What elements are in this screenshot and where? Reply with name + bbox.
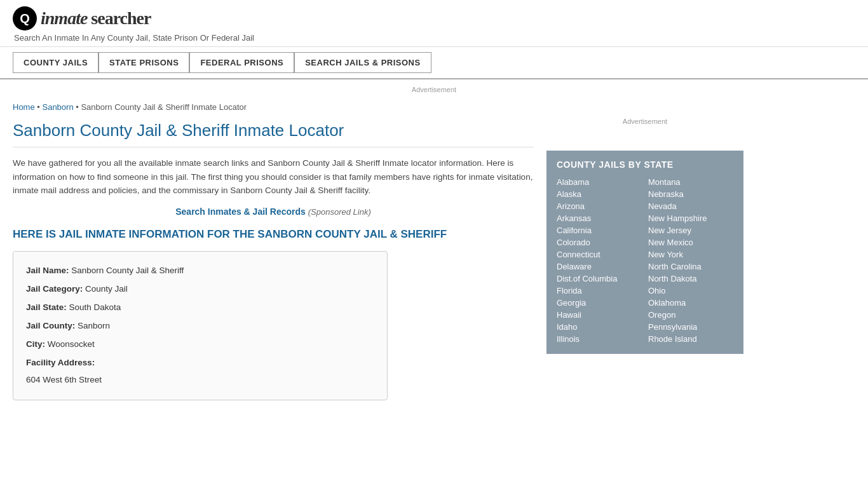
logo-icon: Q	[13, 6, 37, 30]
state-link-idaho[interactable]: Idaho	[557, 321, 642, 333]
state-link-georgia[interactable]: Georgia	[557, 297, 642, 309]
state-link-oregon[interactable]: Oregon	[648, 309, 733, 321]
state-link-oklahoma[interactable]: Oklahoma	[648, 297, 733, 309]
state-link-arkansas[interactable]: Arkansas	[557, 212, 642, 224]
sponsored-link-anchor[interactable]: Search Inmates & Jail Records	[175, 207, 306, 217]
state-link-north-carolina[interactable]: North Carolina	[648, 261, 733, 273]
state-link-new-york[interactable]: New York	[648, 248, 733, 261]
state-link-connecticut[interactable]: Connecticut	[557, 248, 642, 261]
state-link-colorado[interactable]: Colorado	[557, 236, 642, 248]
breadcrumb-sanborn[interactable]: Sanborn	[42, 102, 73, 112]
state-col1: Alabama Alaska Arizona Arkansas Californ…	[557, 176, 642, 345]
state-link-dc[interactable]: Dist.of Columbia	[557, 273, 642, 285]
jail-state-value: South Dakota	[69, 302, 121, 312]
state-link-california[interactable]: California	[557, 224, 642, 236]
state-link-ohio[interactable]: Ohio	[648, 285, 733, 297]
city-value: Woonsocket	[48, 339, 95, 349]
main-layout: Home • Sanborn • Sanborn County Jail & S…	[0, 96, 868, 400]
state-link-alabama[interactable]: Alabama	[557, 176, 642, 188]
state-link-hawaii[interactable]: Hawaii	[557, 309, 642, 321]
jail-category-value: County Jail	[85, 284, 128, 294]
city-field: City: Woonsocket	[26, 336, 374, 353]
facility-address-label: Facility Address:	[26, 358, 95, 367]
page-title: Sanborn County Jail & Sheriff Inmate Loc…	[13, 121, 534, 147]
sidebar-ad-banner: Advertisement	[546, 102, 743, 140]
jail-state-label: Jail State:	[26, 302, 67, 312]
state-link-alaska[interactable]: Alaska	[557, 188, 642, 200]
state-link-montana[interactable]: Montana	[648, 176, 733, 188]
jail-county-field: Jail County: Sanborn	[26, 317, 374, 334]
nav-state-prisons[interactable]: STATE PRISONS	[98, 52, 189, 73]
section-header: HERE IS JAIL INMATE INFORMATION FOR THE …	[13, 228, 534, 241]
state-link-new-mexico[interactable]: New Mexico	[648, 236, 733, 248]
sponsored-label-text: (Sponsored Link)	[308, 207, 371, 217]
jail-name-val: Sanborn County Jail & Sheriff	[71, 266, 184, 275]
info-box: Jail Name: Sanborn County Jail & Sheriff…	[13, 251, 388, 400]
city-label: City:	[26, 339, 45, 349]
breadcrumb: Home • Sanborn • Sanborn County Jail & S…	[13, 102, 534, 112]
state-link-arizona[interactable]: Arizona	[557, 200, 642, 212]
jail-name-label: Jail Name:	[26, 266, 69, 275]
state-link-north-dakota[interactable]: North Dakota	[648, 273, 733, 285]
county-jails-title: COUNTY JAILS BY STATE	[557, 159, 733, 170]
jail-category-field: Jail Category: County Jail	[26, 280, 374, 297]
description-text: We have gathered for you all the availab…	[13, 156, 534, 198]
state-link-florida[interactable]: Florida	[557, 285, 642, 297]
logo-text: inmate searcher	[41, 8, 151, 29]
jail-county-label: Jail County:	[26, 321, 75, 330]
state-list: Alabama Alaska Arizona Arkansas Californ…	[557, 176, 733, 345]
logo-tagline: Search An Inmate In Any County Jail, Sta…	[14, 33, 855, 43]
county-jails-box: COUNTY JAILS BY STATE Alabama Alaska Ari…	[546, 151, 743, 354]
state-col2: Montana Nebraska Nevada New Hampshire Ne…	[648, 176, 733, 345]
nav: COUNTY JAILS STATE PRISONS FEDERAL PRISO…	[0, 47, 868, 79]
state-link-delaware[interactable]: Delaware	[557, 261, 642, 273]
nav-federal-prisons[interactable]: FEDERAL PRISONS	[189, 52, 294, 73]
state-link-nebraska[interactable]: Nebraska	[648, 188, 733, 200]
sponsored-link-area: Search Inmates & Jail Records (Sponsored…	[13, 207, 534, 217]
logo-area: Q inmate searcher	[13, 6, 855, 30]
facility-address-value: 604 West 6th Street	[26, 375, 102, 384]
logo-searcher-text: searcher	[91, 8, 151, 28]
state-link-rhode-island[interactable]: Rhode Island	[648, 333, 733, 345]
breadcrumb-home[interactable]: Home	[13, 102, 35, 112]
state-link-pennsylvania[interactable]: Pennsylvania	[648, 321, 733, 333]
facility-address-field: Facility Address: 604 West 6th Street	[26, 354, 374, 388]
breadcrumb-current: Sanborn County Jail & Sheriff Inmate Loc…	[81, 102, 247, 112]
state-link-illinois[interactable]: Illinois	[557, 333, 642, 345]
nav-county-jails[interactable]: COUNTY JAILS	[13, 52, 98, 73]
jail-county-value: Sanborn	[78, 321, 110, 330]
jail-category-label: Jail Category:	[26, 284, 83, 294]
header: Q inmate searcher Search An Inmate In An…	[0, 0, 868, 47]
state-link-new-jersey[interactable]: New Jersey	[648, 224, 733, 236]
ad-top-banner: Advertisement	[0, 79, 868, 96]
logo-inmate-text: inmate	[41, 8, 87, 28]
content-area: Home • Sanborn • Sanborn County Jail & S…	[13, 96, 534, 400]
state-link-new-hampshire[interactable]: New Hampshire	[648, 212, 733, 224]
nav-search-jails[interactable]: SEARCH JAILS & PRISONS	[294, 52, 431, 73]
jail-name-field: Jail Name: Sanborn County Jail & Sheriff	[26, 262, 374, 279]
jail-state-field: Jail State: South Dakota	[26, 299, 374, 316]
sidebar: Advertisement COUNTY JAILS BY STATE Alab…	[546, 96, 743, 400]
state-link-nevada[interactable]: Nevada	[648, 200, 733, 212]
